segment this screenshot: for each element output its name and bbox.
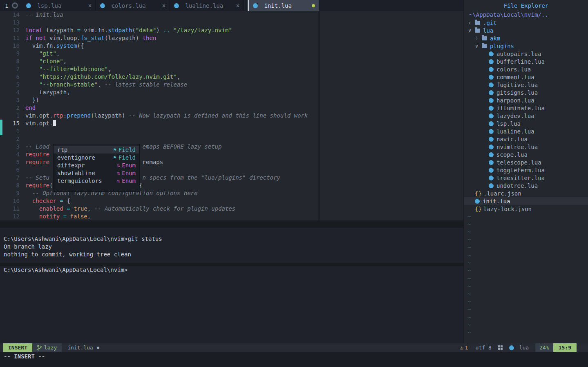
tree-item-comment.lua[interactable]: comment.lua — [464, 73, 588, 81]
line-number: 4 — [2, 89, 21, 96]
chevron-down-icon[interactable]: ∨ — [468, 28, 475, 33]
completion-kind-icon: ⇅ — [117, 170, 120, 176]
code-text: "--filter=blob:none", — [21, 65, 112, 73]
windows-logo-square — [498, 345, 500, 347]
terminal[interactable]: C:\Users\Ashwani\AppData\Local\nvim>git … — [0, 228, 463, 343]
code-text — [21, 19, 25, 27]
lua-file-icon — [489, 129, 494, 134]
tab-lsp.lua[interactable]: lsp.lua× — [22, 0, 96, 11]
tree-item-navic.lua[interactable]: navic.lua — [464, 135, 588, 143]
code-token: : — [63, 112, 67, 119]
code-token: ( — [132, 27, 135, 33]
neovim-window: 1 lsp.lua×colors.lua×lualine.lua×init.lu… — [0, 0, 588, 367]
code-line[interactable]: 12 notify = false, — [0, 213, 463, 220]
tree-item-.git[interactable]: ›.git — [464, 19, 588, 27]
completion-item[interactable]: diffexpr⇅Enum — [54, 161, 139, 169]
tree-item-init.lua[interactable]: init.lua — [464, 197, 588, 205]
lua-file-icon — [489, 137, 494, 142]
tree-item-akm[interactable]: ›akm — [464, 34, 588, 42]
code-line[interactable]: 6 "https://github.com/folke/lazy.nvim.gi… — [0, 73, 463, 81]
tree-item-treesitter.lua[interactable]: treesitter.lua — [464, 174, 588, 182]
code-line[interactable]: 2 — [0, 135, 463, 143]
explorer-root-path[interactable]: ~\AppData\Local\nvim/.. — [464, 11, 588, 19]
code-line[interactable]: 9 "git", — [0, 50, 463, 58]
tree-item-harpoon.lua[interactable]: harpoon.lua — [464, 96, 588, 104]
code-line[interactable]: 1vim.opt.rtp:prepend(lazypath) -- Now la… — [0, 112, 463, 120]
git-branch[interactable]: lazy — [32, 343, 62, 352]
file-encoding: utf-8 — [476, 343, 492, 352]
code-line[interactable]: 11 enabled = true, -- Automatically chec… — [0, 205, 463, 213]
tree-item-plugins[interactable]: ∨plugins — [464, 42, 588, 50]
tree-item-fugitive.lua[interactable]: fugitive.lua — [464, 81, 588, 89]
statusline-spacer — [105, 343, 460, 352]
code-editor[interactable]: 14-- init.lua1312local lazypath = vim.fn… — [0, 11, 463, 220]
tree-item-illuminate.lua[interactable]: illuminate.lua — [464, 104, 588, 112]
code-line[interactable]: 10 checker = { — [0, 197, 463, 205]
code-line[interactable]: 10 vim.fn.system({ — [0, 42, 463, 50]
tree-item-lazy-lock.json[interactable]: {}lazy-lock.json — [464, 205, 588, 213]
completion-item[interactable]: rtp⚑Field — [54, 146, 139, 153]
completion-item[interactable]: showtabline⇅Enum — [54, 169, 139, 177]
code-token: vim.fn. — [25, 42, 56, 49]
code-line[interactable]: 1 — [0, 127, 463, 135]
line-number: 1 — [2, 127, 21, 135]
tab-init.lua[interactable]: init.lua — [249, 0, 319, 11]
code-line[interactable]: 12local lazypath = vim.fn.stdpath("data"… — [0, 27, 463, 34]
folder-name: plugins — [490, 43, 514, 49]
code-line[interactable]: 5 "--branch=stable", -- latest stable re… — [0, 81, 463, 89]
tab-colors.lua[interactable]: colors.lua× — [96, 0, 170, 11]
tree-item-toggleterm.lua[interactable]: toggleterm.lua — [464, 166, 588, 174]
tree-item-.luarc.json[interactable]: {}.luarc.json — [464, 189, 588, 197]
tree-item-scope.lua[interactable]: scope.lua — [464, 151, 588, 158]
tree-item-gitsigns.lua[interactable]: gitsigns.lua — [464, 89, 588, 96]
tree-item-lazydev.lua[interactable]: lazydev.lua — [464, 112, 588, 120]
tree-item-undotree.lua[interactable]: undotree.lua — [464, 182, 588, 189]
diagnostics-warning[interactable]: ⚠ 1 — [460, 343, 468, 352]
tab-close-icon[interactable]: × — [162, 2, 165, 9]
scroll-percent: 24% — [535, 343, 553, 352]
code-line[interactable]: 3 }) — [0, 96, 463, 104]
chevron-right-icon[interactable]: › — [475, 36, 482, 41]
file-name: toggleterm.lua — [496, 167, 545, 173]
tree-item-nvimtree.lua[interactable]: nvimtree.lua — [464, 143, 588, 151]
tab-close-icon[interactable]: × — [236, 2, 239, 9]
code-line[interactable]: 13 — [0, 19, 463, 27]
code-line[interactable]: 15vim.opt. — [0, 120, 463, 127]
editor-column: 14-- init.lua1312local lazypath = vim.fn… — [0, 11, 463, 343]
tree-item-telescope.lua[interactable]: telescope.lua — [464, 158, 588, 166]
line-number: 3 — [2, 143, 21, 151]
lua-file-icon — [475, 199, 480, 204]
code-line[interactable]: 2end — [0, 104, 463, 112]
tree-item-lsp.lua[interactable]: lsp.lua — [464, 120, 588, 127]
chevron-right-icon[interactable]: › — [468, 20, 475, 26]
code-text: end — [21, 104, 36, 112]
tab-close-icon[interactable]: × — [88, 2, 92, 9]
folder-name: lua — [483, 27, 493, 34]
code-line[interactable]: 7 "--filter=blob:none", — [0, 65, 463, 73]
tree-item-autopairs.lua[interactable]: autopairs.lua — [464, 50, 588, 58]
file-name: lsp.lua — [496, 120, 521, 127]
tab-lualine.lua[interactable]: lualine.lua× — [170, 0, 244, 11]
tree-item-colors.lua[interactable]: colors.lua — [464, 65, 588, 73]
code-line[interactable]: 14-- init.lua — [0, 11, 463, 19]
git-branch-icon — [37, 345, 42, 351]
code-line[interactable]: 11if not vim.loop.fs_stat(lazypath) then — [0, 34, 463, 42]
code-token — [170, 27, 173, 33]
empty-line-tilde: ~ — [464, 290, 588, 298]
modified-dot-icon — [312, 4, 315, 7]
tree-item-lua[interactable]: ∨lua — [464, 27, 588, 34]
tree-item-bufferline.lua[interactable]: bufferline.lua — [464, 58, 588, 65]
file-name: init.lua — [483, 198, 510, 205]
code-line[interactable]: 8 "clone", — [0, 58, 463, 65]
line-number: 6 — [2, 73, 21, 81]
lua-file-icon — [489, 75, 494, 80]
completion-item[interactable]: eventignore⚑Field — [54, 153, 139, 161]
completion-item[interactable]: termguicolors⇅Enum — [54, 177, 139, 185]
terminal-line: C:\Users\Ashwani\AppData\Local\nvim> — [0, 266, 463, 274]
tree-item-lualine.lua[interactable]: lualine.lua — [464, 127, 588, 135]
code-token: = — [63, 213, 67, 220]
chevron-down-icon[interactable]: ∨ — [475, 43, 482, 49]
file-name: treesitter.lua — [496, 175, 545, 181]
code-line[interactable]: 4 lazypath, — [0, 89, 463, 96]
empty-line-tilde: ~ — [464, 220, 588, 228]
